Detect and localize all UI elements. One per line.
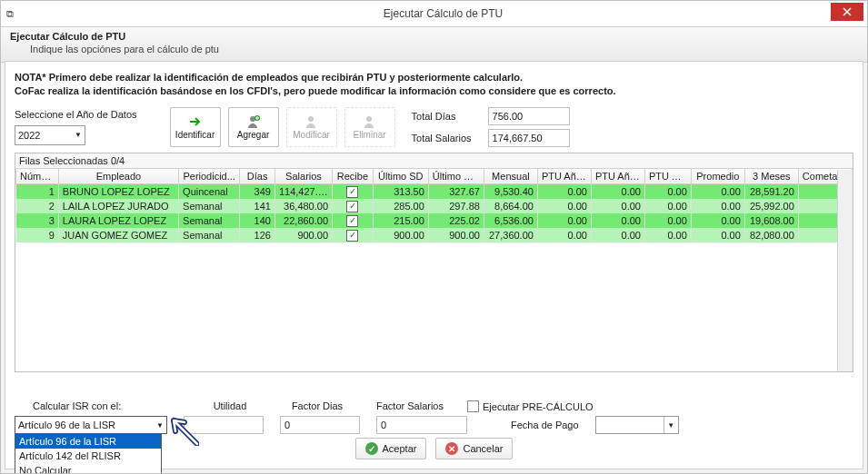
col-recibe[interactable]: Recibe xyxy=(333,168,374,183)
footer-labels-row: Calcular ISR con el: Utilidad Factor Dia… xyxy=(15,398,853,414)
window-title: Ejecutar Cálculo de PTU xyxy=(19,7,867,20)
col-salarios[interactable]: Salarios xyxy=(274,168,332,183)
isr-selected: Artículo 96 de la LISR xyxy=(18,420,115,430)
footer-inputs-row: Artículo 96 de la LISR ▼ Artículo 96 de … xyxy=(15,416,853,434)
header-strip: Ejecutar Cálculo de PTU Indique las opci… xyxy=(1,27,867,63)
page-title: Ejecutar Cálculo de PTU xyxy=(10,31,858,42)
col-ptu-a1[interactable]: PTU Año-1 xyxy=(537,168,591,183)
col-ultimo-sd[interactable]: Último SD xyxy=(373,168,428,183)
checkbox-checked-icon: ✓ xyxy=(346,186,358,198)
chevron-down-icon: ▼ xyxy=(663,417,678,433)
svg-point-2 xyxy=(308,116,314,122)
factor-dias-input[interactable]: 0 xyxy=(280,416,360,434)
isr-option-1[interactable]: Artículo 142 del RLISR xyxy=(15,449,161,463)
col-3meses[interactable]: 3 Meses xyxy=(744,168,798,183)
total-days-label: Total Días xyxy=(412,111,483,122)
checkbox-checked-icon: ✓ xyxy=(346,230,358,242)
cancel-button[interactable]: ✕ Cancelar xyxy=(435,438,513,459)
checkbox-icon xyxy=(467,400,479,412)
col-ultimo-sdi[interactable]: Último SDI xyxy=(428,168,484,183)
grid-header-row: Número Empleado Periodicid... Días Salar… xyxy=(16,168,853,183)
precalc-checkbox[interactable]: Ejecutar PRE-CÁLCULO xyxy=(467,400,594,412)
table-row[interactable]: 3LAURA LOPEZ LOPEZSemanal14022,860.00✓21… xyxy=(16,213,853,228)
factor-salarios-label: Factor Salarios xyxy=(369,400,451,411)
add-button[interactable]: Agregar xyxy=(228,107,279,147)
check-icon: ✓ xyxy=(365,442,378,455)
checkbox-checked-icon: ✓ xyxy=(346,201,358,212)
svg-point-3 xyxy=(366,116,372,122)
modify-button: Modificar xyxy=(286,107,337,147)
grid-scrollbar[interactable] xyxy=(837,170,853,371)
col-periodicidad[interactable]: Periodicid... xyxy=(179,168,240,183)
isr-option-2[interactable]: No Calcular xyxy=(15,463,161,474)
total-salaries-value: 174,667.50 xyxy=(488,129,570,147)
year-label: Seleccione el Año de Datos xyxy=(15,109,137,120)
col-empleado[interactable]: Empleado xyxy=(58,168,178,183)
cancel-icon: ✕ xyxy=(445,442,458,455)
person-remove-icon xyxy=(363,114,377,129)
app-window: ⧉ Ejecutar Cálculo de PTU Ejecutar Cálcu… xyxy=(0,0,868,474)
note-line2: CoFac realiza la identificación basándos… xyxy=(15,85,616,96)
accept-button[interactable]: ✓ Aceptar xyxy=(355,438,427,459)
col-promedio[interactable]: Promedio xyxy=(691,168,744,183)
col-mensual[interactable]: Mensual xyxy=(484,168,537,183)
grid-table[interactable]: Número Empleado Periodicid... Días Salar… xyxy=(15,168,853,242)
person-edit-icon xyxy=(304,114,319,129)
table-row[interactable]: 2LAILA LOPEZ JURADOSemanal14136,480.00✓2… xyxy=(16,199,853,213)
delete-button: Eliminar xyxy=(344,107,395,147)
system-icon: ⧉ xyxy=(1,8,19,20)
content-area: NOTA* Primero debe realizar la identific… xyxy=(5,61,863,469)
factor-dias-label: Factor Dias xyxy=(282,400,353,411)
isr-dropdown-list: Artículo 96 de la LISR Artículo 142 del … xyxy=(15,433,162,474)
checkbox-checked-icon: ✓ xyxy=(346,215,358,227)
utilidad-label: Utilidad xyxy=(195,400,265,411)
total-days-value: 756.00 xyxy=(488,107,570,125)
table-row[interactable]: 9JUAN GOMEZ GOMEZSemanal126900.00✓900.00… xyxy=(16,228,853,242)
isr-label: Calcular ISR con el: xyxy=(15,400,178,411)
chevron-down-icon: ▼ xyxy=(75,131,82,139)
close-icon xyxy=(843,7,852,16)
col-ptu-a2[interactable]: PTU Año-2 xyxy=(591,168,644,183)
titlebar: ⧉ Ejecutar Cálculo de PTU xyxy=(1,1,867,27)
col-ptu-a3[interactable]: PTU Añ... xyxy=(644,168,691,183)
cursor-icon xyxy=(157,411,199,446)
note-line1: NOTA* Primero debe realizar la identific… xyxy=(15,72,523,83)
page-subtitle: Indique las opciónes para el cálculo de … xyxy=(10,44,858,54)
fecha-label: Fecha de Pago xyxy=(511,420,579,430)
table-row[interactable]: 1BRUNO LOPEZ LOPEZQuincenal349114,427.50… xyxy=(16,183,853,199)
year-value: 2022 xyxy=(18,130,40,141)
factor-salarios-input[interactable]: 0 xyxy=(376,416,467,434)
year-combo[interactable]: 2022 ▼ xyxy=(15,125,85,145)
note-block: NOTA* Primero debe realizar la identific… xyxy=(15,71,853,98)
toolbar-row: Seleccione el Año de Datos 2022 ▼ Identi… xyxy=(15,107,853,147)
fecha-pago-input[interactable]: ▼ xyxy=(595,416,679,434)
isr-combo[interactable]: Artículo 96 de la LISR ▼ Artículo 96 de … xyxy=(15,416,167,434)
col-numero[interactable]: Número xyxy=(16,168,59,183)
selected-rows-label: Filas Seleccionadas 0/4 xyxy=(15,153,853,168)
isr-option-0[interactable]: Artículo 96 de la LISR xyxy=(15,434,161,449)
totals-block: Total Días 756.00 Total Salarios 174,667… xyxy=(412,107,570,147)
person-add-icon xyxy=(246,114,261,129)
identify-button[interactable]: Identificar xyxy=(170,107,221,147)
total-salaries-label: Total Salarios xyxy=(412,133,483,143)
close-button[interactable] xyxy=(831,3,863,21)
col-dias[interactable]: Días xyxy=(240,168,275,183)
footer-section: Calcular ISR con el: Utilidad Factor Dia… xyxy=(15,398,853,459)
svg-point-0 xyxy=(250,116,255,122)
grid-wrap: Filas Seleccionadas 0/4 Número Empleado … xyxy=(15,153,853,372)
arrow-right-icon xyxy=(188,114,203,129)
